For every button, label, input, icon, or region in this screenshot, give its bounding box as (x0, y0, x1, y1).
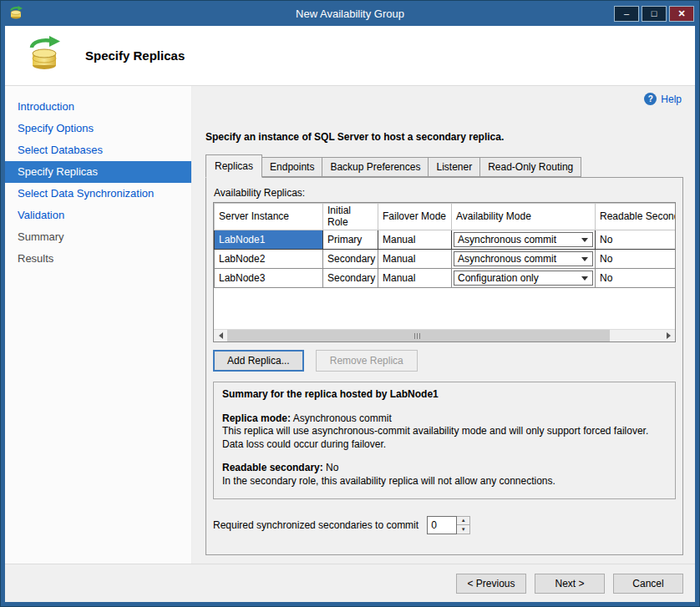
cell-readable-secondary[interactable]: No (596, 230, 677, 250)
required-secondaries-spinner: ▲ ▼ (427, 516, 470, 534)
scroll-left-button[interactable] (214, 330, 227, 341)
cell-server-instance[interactable]: LabNode3 (215, 269, 323, 288)
spin-down-button[interactable]: ▼ (457, 524, 469, 534)
maximize-button[interactable]: □ (642, 6, 667, 22)
scrollbar-thumb[interactable] (227, 330, 610, 341)
sidebar-item-select-data-synchronization[interactable]: Select Data Synchronization (5, 183, 191, 205)
table-row[interactable]: LabNode1 Primary Manual Asynchronous com… (215, 230, 677, 250)
close-icon: ✕ (677, 9, 685, 18)
availability-mode-select[interactable]: Configuration only (454, 271, 593, 286)
availability-mode-value: Configuration only (458, 272, 539, 284)
close-button[interactable]: ✕ (669, 6, 694, 22)
instruction-text: Specify an instance of SQL Server to hos… (205, 131, 683, 143)
tab-replicas[interactable]: Replicas (205, 154, 262, 178)
replica-mode-value: Asynchronous commit (293, 412, 392, 424)
cell-server-instance[interactable]: LabNode2 (215, 250, 323, 269)
readable-secondary-description: In the secondary role, this availability… (222, 475, 667, 488)
table-header-row: Server Instance Initial Role Failover Mo… (215, 204, 677, 230)
tab-listener[interactable]: Listener (429, 157, 480, 177)
column-header-server-instance: Server Instance (215, 204, 323, 230)
cell-failover-mode[interactable]: Manual (378, 230, 452, 250)
window-content: Specify Replicas Introduction Specify Op… (5, 26, 695, 602)
scroll-right-button[interactable] (662, 330, 675, 341)
chevron-down-icon (581, 238, 588, 245)
replicas-database-icon (25, 35, 63, 77)
page-title: Specify Replicas (85, 48, 185, 63)
availability-mode-value: Asynchronous commit (458, 234, 556, 245)
required-secondaries-input[interactable] (427, 516, 457, 534)
wizard-steps-sidebar: Introduction Specify Options Select Data… (5, 86, 192, 564)
tab-endpoints[interactable]: Endpoints (262, 157, 322, 177)
sidebar-item-results: Results (5, 248, 191, 270)
readable-secondary-row: Readable secondary: No (222, 462, 667, 475)
cell-readable-secondary[interactable]: No (596, 250, 677, 269)
cancel-button[interactable]: Cancel (613, 574, 683, 594)
replicas-table: Server Instance Initial Role Failover Mo… (214, 203, 676, 288)
maximize-icon: □ (652, 9, 657, 18)
cell-server-instance[interactable]: LabNode1 (215, 230, 323, 250)
scroll-left-arrow-icon (219, 332, 223, 339)
availability-mode-select[interactable]: Asynchronous commit (454, 251, 593, 266)
column-header-readable-secondary: Readable Secondary (596, 204, 677, 230)
cell-failover-mode[interactable]: Manual (378, 250, 452, 269)
sidebar-item-validation[interactable]: Validation (5, 205, 191, 226)
scroll-right-arrow-icon (667, 332, 671, 339)
replica-buttons-row: Add Replica... Remove Replica (213, 350, 676, 372)
cell-availability-mode: Asynchronous commit (452, 250, 596, 269)
replica-mode-label: Replica mode: (222, 412, 291, 424)
table-row[interactable]: LabNode2 Secondary Manual Asynchronous c… (215, 250, 677, 269)
readable-secondary-label: Readable secondary: (222, 462, 323, 473)
required-secondaries-row: Required synchronized secondaries to com… (213, 516, 676, 534)
replica-mode-row: Replica mode: Asynchronous commit (222, 412, 667, 426)
cell-initial-role[interactable]: Primary (323, 230, 378, 250)
cell-initial-role[interactable]: Secondary (323, 269, 378, 288)
app-icon (8, 6, 23, 21)
help-label: Help (661, 94, 682, 105)
minimize-button[interactable]: – (614, 6, 639, 22)
table-row[interactable]: LabNode3 Secondary Manual Configuration … (215, 269, 677, 288)
tab-backup-preferences[interactable]: Backup Preferences (322, 157, 429, 177)
replicas-tab-panel: Availability Replicas: Server Instance I… (205, 177, 683, 555)
spin-up-button[interactable]: ▲ (457, 517, 469, 525)
cell-availability-mode: Asynchronous commit (452, 230, 596, 250)
wizard-body: Introduction Specify Options Select Data… (5, 86, 695, 564)
wizard-window: New Availability Group – □ ✕ (0, 0, 700, 607)
column-header-availability-mode: Availability Mode (452, 204, 596, 230)
wizard-footer: < Previous Next > Cancel (5, 564, 695, 602)
column-header-failover-mode: Failover Mode (378, 204, 452, 230)
help-link[interactable]: ? Help (644, 93, 682, 105)
required-secondaries-label: Required synchronized secondaries to com… (213, 519, 418, 531)
summary-title: Summary for the replica hosted by LabNod… (222, 388, 667, 402)
readable-secondary-value: No (326, 462, 338, 473)
spinner-buttons: ▲ ▼ (457, 516, 470, 534)
chevron-down-icon (581, 276, 588, 284)
replica-mode-description: This replica will use asynchronous-commi… (222, 425, 667, 451)
cell-failover-mode[interactable]: Manual (378, 269, 452, 288)
help-icon: ? (644, 93, 657, 105)
window-controls: – □ ✕ (614, 6, 694, 22)
scrollbar-grip-icon (414, 333, 422, 339)
tab-read-only-routing[interactable]: Read-Only Routing (480, 157, 581, 177)
tab-bar: Replicas Endpoints Backup Preferences Li… (205, 154, 683, 177)
summary-box: Summary for the replica hosted by LabNod… (213, 382, 676, 499)
cell-readable-secondary[interactable]: No (596, 269, 677, 288)
scrollbar-track[interactable] (227, 330, 662, 341)
window-title: New Availability Group (1, 8, 699, 20)
sidebar-item-specify-replicas[interactable]: Specify Replicas (5, 161, 191, 183)
availability-mode-select[interactable]: Asynchronous commit (454, 232, 593, 247)
column-header-initial-role: Initial Role (323, 204, 378, 230)
titlebar: New Availability Group – □ ✕ (1, 1, 699, 26)
replicas-grid: Server Instance Initial Role Failover Mo… (213, 202, 676, 342)
add-replica-button[interactable]: Add Replica... (213, 350, 304, 372)
next-button[interactable]: Next > (535, 574, 605, 594)
minimize-icon: – (624, 9, 629, 18)
remove-replica-button: Remove Replica (316, 350, 418, 372)
cell-initial-role[interactable]: Secondary (323, 250, 378, 269)
previous-button[interactable]: < Previous (456, 574, 526, 594)
wizard-header: Specify Replicas (5, 26, 695, 86)
sidebar-item-specify-options[interactable]: Specify Options (5, 118, 191, 139)
sidebar-item-select-databases[interactable]: Select Databases (5, 139, 191, 161)
availability-mode-value: Asynchronous commit (458, 253, 556, 265)
horizontal-scrollbar[interactable] (214, 329, 675, 341)
sidebar-item-introduction[interactable]: Introduction (5, 96, 191, 118)
